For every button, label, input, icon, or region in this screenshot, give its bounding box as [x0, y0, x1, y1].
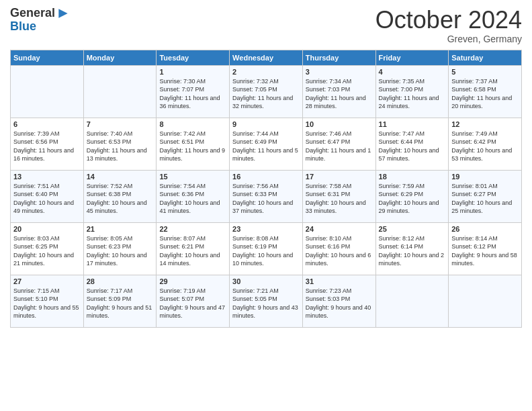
day-number: 19	[451, 173, 519, 181]
day-info: Sunrise: 8:10 AMSunset: 6:16 PMDaylight:…	[306, 234, 373, 268]
day-info: Sunrise: 7:40 AMSunset: 6:53 PMDaylight:…	[87, 130, 154, 163]
day-number: 26	[451, 225, 519, 233]
day-number: 6	[13, 120, 81, 128]
day-number: 20	[13, 225, 81, 233]
day-info: Sunrise: 7:58 AMSunset: 6:31 PMDaylight:…	[306, 182, 373, 216]
table-row: 9 Sunrise: 7:44 AMSunset: 6:49 PMDayligh…	[230, 118, 303, 170]
calendar-week-row: 13 Sunrise: 7:51 AMSunset: 6:40 PMDaylig…	[11, 170, 522, 222]
day-info: Sunrise: 7:51 AMSunset: 6:40 PMDaylight:…	[13, 182, 81, 216]
table-row: 13 Sunrise: 7:51 AMSunset: 6:40 PMDaylig…	[11, 170, 84, 222]
day-info: Sunrise: 7:35 AMSunset: 7:00 PMDaylight:…	[379, 77, 446, 111]
day-info: Sunrise: 7:19 AMSunset: 5:07 PMDaylight:…	[159, 287, 226, 320]
table-row: 31 Sunrise: 7:23 AMSunset: 5:03 PMDaylig…	[302, 275, 375, 327]
day-number: 22	[159, 225, 226, 233]
table-row: 5 Sunrise: 7:37 AMSunset: 6:58 PMDayligh…	[449, 65, 522, 118]
col-saturday: Saturday	[449, 50, 522, 65]
table-row: 21 Sunrise: 8:05 AMSunset: 6:23 PMDaylig…	[83, 222, 157, 275]
table-row: 7 Sunrise: 7:40 AMSunset: 6:53 PMDayligh…	[83, 118, 157, 170]
calendar-header-row: Sunday Monday Tuesday Wednesday Thursday…	[11, 50, 522, 65]
col-sunday: Sunday	[11, 50, 84, 65]
day-info: Sunrise: 7:44 AMSunset: 6:49 PMDaylight:…	[232, 130, 300, 163]
location-subtitle: Greven, Germany	[375, 34, 522, 44]
logo-icon	[56, 7, 70, 20]
col-thursday: Thursday	[302, 50, 375, 65]
day-info: Sunrise: 8:14 AMSunset: 6:12 PMDaylight:…	[451, 234, 519, 268]
day-info: Sunrise: 7:39 AMSunset: 6:56 PMDaylight:…	[13, 130, 81, 163]
day-number: 23	[232, 225, 300, 233]
day-info: Sunrise: 8:05 AMSunset: 6:23 PMDaylight:…	[87, 234, 154, 268]
day-number: 10	[306, 120, 373, 128]
table-row: 30 Sunrise: 7:21 AMSunset: 5:05 PMDaylig…	[230, 275, 303, 327]
day-info: Sunrise: 7:54 AMSunset: 6:36 PMDaylight:…	[159, 182, 226, 216]
table-row: 6 Sunrise: 7:39 AMSunset: 6:56 PMDayligh…	[11, 118, 84, 170]
day-info: Sunrise: 8:01 AMSunset: 6:27 PMDaylight:…	[451, 182, 519, 216]
day-number: 5	[451, 68, 519, 76]
day-info: Sunrise: 7:34 AMSunset: 7:03 PMDaylight:…	[306, 77, 373, 111]
day-info: Sunrise: 7:47 AMSunset: 6:44 PMDaylight:…	[379, 130, 446, 163]
table-row: 10 Sunrise: 7:46 AMSunset: 6:47 PMDaylig…	[302, 118, 375, 170]
table-row: 16 Sunrise: 7:56 AMSunset: 6:33 PMDaylig…	[230, 170, 303, 222]
month-title: October 2024	[375, 7, 522, 34]
day-info: Sunrise: 7:42 AMSunset: 6:51 PMDaylight:…	[159, 130, 226, 163]
col-tuesday: Tuesday	[157, 50, 230, 65]
day-number: 17	[306, 173, 373, 181]
day-info: Sunrise: 7:52 AMSunset: 6:38 PMDaylight:…	[87, 182, 154, 216]
day-number: 14	[87, 173, 154, 181]
day-number: 4	[379, 68, 446, 76]
calendar-table: Sunday Monday Tuesday Wednesday Thursday…	[10, 50, 522, 328]
day-info: Sunrise: 7:56 AMSunset: 6:33 PMDaylight:…	[232, 182, 300, 216]
table-row: 20 Sunrise: 8:03 AMSunset: 6:25 PMDaylig…	[11, 222, 84, 275]
calendar-week-row: 6 Sunrise: 7:39 AMSunset: 6:56 PMDayligh…	[11, 118, 522, 170]
day-number: 8	[159, 120, 226, 128]
day-number: 12	[451, 120, 519, 128]
col-monday: Monday	[83, 50, 157, 65]
title-block: October 2024 Greven, Germany	[375, 7, 522, 44]
day-number: 1	[159, 68, 226, 76]
table-row: 27 Sunrise: 7:15 AMSunset: 5:10 PMDaylig…	[11, 275, 84, 327]
day-number: 27	[13, 277, 81, 285]
col-friday: Friday	[375, 50, 449, 65]
table-row: 2 Sunrise: 7:32 AMSunset: 7:05 PMDayligh…	[230, 65, 303, 118]
day-info: Sunrise: 8:12 AMSunset: 6:14 PMDaylight:…	[379, 234, 446, 268]
table-row: 29 Sunrise: 7:19 AMSunset: 5:07 PMDaylig…	[157, 275, 230, 327]
day-info: Sunrise: 7:17 AMSunset: 5:09 PMDaylight:…	[87, 287, 154, 320]
table-row: 4 Sunrise: 7:35 AMSunset: 7:00 PMDayligh…	[375, 65, 449, 118]
table-row: 8 Sunrise: 7:42 AMSunset: 6:51 PMDayligh…	[157, 118, 230, 170]
table-row: 23 Sunrise: 8:08 AMSunset: 6:19 PMDaylig…	[230, 222, 303, 275]
logo-general-text: General	[10, 7, 55, 20]
col-wednesday: Wednesday	[230, 50, 303, 65]
table-row: 15 Sunrise: 7:54 AMSunset: 6:36 PMDaylig…	[157, 170, 230, 222]
logo-blue-text: Blue	[10, 19, 36, 33]
day-number: 3	[306, 68, 373, 76]
calendar-week-row: 20 Sunrise: 8:03 AMSunset: 6:25 PMDaylig…	[11, 222, 522, 275]
day-number: 15	[159, 173, 226, 181]
table-row: 24 Sunrise: 8:10 AMSunset: 6:16 PMDaylig…	[302, 222, 375, 275]
table-row: 14 Sunrise: 7:52 AMSunset: 6:38 PMDaylig…	[83, 170, 157, 222]
day-number: 7	[87, 120, 154, 128]
day-info: Sunrise: 7:46 AMSunset: 6:47 PMDaylight:…	[306, 130, 373, 163]
day-number: 2	[232, 68, 300, 76]
svg-marker-0	[58, 9, 67, 17]
day-number: 13	[13, 173, 81, 181]
table-row: 3 Sunrise: 7:34 AMSunset: 7:03 PMDayligh…	[302, 65, 375, 118]
day-info: Sunrise: 7:21 AMSunset: 5:05 PMDaylight:…	[232, 287, 300, 320]
table-row	[83, 65, 157, 118]
day-number: 25	[379, 225, 446, 233]
table-row: 25 Sunrise: 8:12 AMSunset: 6:14 PMDaylig…	[375, 222, 449, 275]
table-row: 1 Sunrise: 7:30 AMSunset: 7:07 PMDayligh…	[157, 65, 230, 118]
calendar-week-row: 27 Sunrise: 7:15 AMSunset: 5:10 PMDaylig…	[11, 275, 522, 327]
day-info: Sunrise: 7:15 AMSunset: 5:10 PMDaylight:…	[13, 287, 81, 320]
day-number: 31	[306, 277, 373, 285]
day-number: 28	[87, 277, 154, 285]
day-number: 11	[379, 120, 446, 128]
day-number: 21	[87, 225, 154, 233]
table-row: 26 Sunrise: 8:14 AMSunset: 6:12 PMDaylig…	[449, 222, 522, 275]
day-info: Sunrise: 8:08 AMSunset: 6:19 PMDaylight:…	[232, 234, 300, 268]
page-header: General Blue October 2024 Greven, German…	[10, 7, 522, 44]
table-row: 11 Sunrise: 7:47 AMSunset: 6:44 PMDaylig…	[375, 118, 449, 170]
table-row: 12 Sunrise: 7:49 AMSunset: 6:42 PMDaylig…	[449, 118, 522, 170]
day-number: 16	[232, 173, 300, 181]
table-row: 18 Sunrise: 7:59 AMSunset: 6:29 PMDaylig…	[375, 170, 449, 222]
table-row	[449, 275, 522, 327]
day-info: Sunrise: 7:30 AMSunset: 7:07 PMDaylight:…	[159, 77, 226, 111]
